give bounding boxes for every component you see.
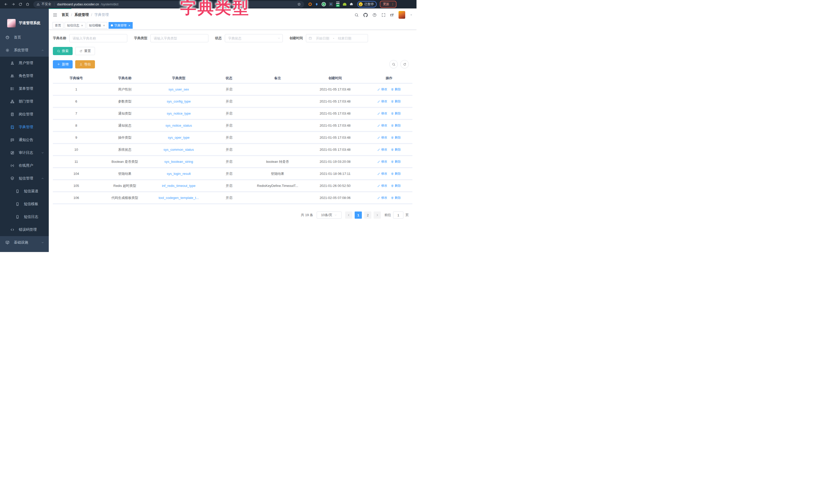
- end-date-input[interactable]: [335, 36, 354, 40]
- sidebar-item-audit-log[interactable]: 审计日志: [0, 146, 49, 159]
- delete-link[interactable]: 删除: [391, 159, 401, 164]
- address-bar[interactable]: 不安全 dashboard.yudao.iocoder.cn/system/di…: [33, 1, 304, 8]
- cell-dict-type-link[interactable]: sys_notice_type: [150, 111, 207, 116]
- cell-dict-type-link[interactable]: tool_codegen_template_t...: [150, 196, 207, 200]
- bookmark-star-icon[interactable]: [297, 2, 301, 6]
- cell-dict-type-link[interactable]: inf_redis_timeout_type: [150, 184, 207, 188]
- sidebar-item-system-management[interactable]: 系统管理: [0, 44, 49, 57]
- delete-link[interactable]: 删除: [391, 183, 401, 188]
- browser-update-button[interactable]: 更新: [380, 1, 397, 8]
- extension-green-circle-icon[interactable]: Z: [322, 2, 326, 6]
- sidebar-item-post-management[interactable]: 岗位管理: [0, 108, 49, 121]
- export-button[interactable]: 导出: [75, 60, 95, 69]
- github-icon[interactable]: [363, 13, 368, 17]
- tab-dict-management[interactable]: 字典管理×: [109, 22, 133, 29]
- edit-link[interactable]: 修改: [377, 159, 387, 164]
- edit-link[interactable]: 修改: [377, 111, 387, 116]
- extension-blue-gem-icon[interactable]: [315, 3, 318, 6]
- sidebar-item-home[interactable]: 首页: [0, 31, 49, 44]
- sidebar-item-dept-management[interactable]: 部门管理: [0, 95, 49, 108]
- search-icon[interactable]: [354, 13, 359, 17]
- date-range-picker[interactable]: -: [306, 34, 368, 42]
- cell-dict-type-link[interactable]: sys_common_status: [150, 148, 207, 152]
- sidebar-item-sms-log[interactable]: 短信日志: [0, 210, 49, 223]
- insecure-warning-icon[interactable]: [37, 3, 40, 6]
- extension-orange-ring-icon[interactable]: [308, 3, 312, 6]
- cell-dict-type-link[interactable]: sys_user_sex: [150, 87, 207, 91]
- close-icon[interactable]: ×: [103, 24, 105, 27]
- delete-link[interactable]: 删除: [391, 135, 401, 140]
- extension-dark-box-icon[interactable]: [329, 2, 333, 6]
- page-button-2[interactable]: 2: [364, 211, 371, 219]
- sidebar-item-sms-channel[interactable]: 短信渠道: [0, 185, 49, 198]
- home-icon[interactable]: [24, 1, 31, 8]
- cell-dict-type-link[interactable]: sys_oper_type: [150, 135, 207, 140]
- delete-link[interactable]: 删除: [391, 123, 401, 128]
- browser-menu-dots-icon[interactable]: [391, 3, 395, 6]
- delete-link[interactable]: 删除: [391, 111, 401, 116]
- refresh-table-button[interactable]: [400, 60, 409, 69]
- edit-link[interactable]: 修改: [377, 196, 387, 200]
- page-size-select[interactable]: 10条/页: [317, 211, 341, 219]
- edit-link[interactable]: 修改: [377, 183, 387, 188]
- fullscreen-icon[interactable]: [381, 13, 386, 17]
- cell-dict-type-link[interactable]: sys_login_result: [150, 172, 207, 176]
- goto-page-input[interactable]: [393, 211, 403, 219]
- sidebar-item-role-management[interactable]: 角色管理: [0, 70, 49, 82]
- extension-robot-icon[interactable]: [343, 3, 347, 6]
- status-select-input[interactable]: [225, 34, 283, 42]
- reset-button[interactable]: 重置: [75, 47, 95, 55]
- add-button[interactable]: 新增: [53, 60, 73, 69]
- prev-page-button[interactable]: [345, 211, 352, 219]
- delete-link[interactable]: 删除: [391, 87, 401, 92]
- dict-name-input[interactable]: [69, 34, 127, 42]
- user-avatar[interactable]: [399, 11, 405, 19]
- breadcrumb-item[interactable]: 系统管理: [74, 12, 89, 17]
- cell-dict-type-link[interactable]: sys_boolean_string: [150, 160, 207, 163]
- sidebar-item-error-code-management[interactable]: 错误码管理: [0, 223, 49, 236]
- edit-link[interactable]: 修改: [377, 123, 387, 128]
- delete-link[interactable]: 删除: [391, 99, 401, 104]
- tab-home[interactable]: 首页: [53, 22, 63, 29]
- sidebar-item-online-users[interactable]: 在线用户: [0, 159, 49, 172]
- app-logo[interactable]: 芋道管理系统: [0, 8, 49, 31]
- dict-type-input[interactable]: [150, 34, 208, 42]
- toggle-search-button[interactable]: [389, 60, 398, 69]
- reload-icon[interactable]: [17, 1, 24, 8]
- status-select[interactable]: [225, 34, 283, 42]
- cell-dict-type-link[interactable]: sys_config_type: [150, 99, 207, 103]
- edit-link[interactable]: 修改: [377, 147, 387, 152]
- next-page-button[interactable]: [374, 211, 381, 219]
- font-size-icon[interactable]: [390, 13, 394, 17]
- edit-link[interactable]: 修改: [377, 87, 387, 92]
- edit-link[interactable]: 修改: [377, 172, 387, 176]
- tab-sms-log[interactable]: 短信日志×: [65, 22, 86, 29]
- hamburger-icon[interactable]: [53, 12, 57, 18]
- delete-link[interactable]: 删除: [391, 196, 401, 200]
- delete-link[interactable]: 删除: [391, 172, 401, 176]
- close-icon[interactable]: ×: [81, 24, 83, 27]
- cell-dict-type-link[interactable]: sys_notice_status: [150, 124, 207, 127]
- back-icon[interactable]: [3, 1, 9, 8]
- edit-link[interactable]: 修改: [377, 135, 387, 140]
- forward-icon[interactable]: [10, 1, 17, 8]
- edit-link[interactable]: 修改: [377, 99, 387, 104]
- sidebar-item-infrastructure[interactable]: 基础设施: [0, 236, 49, 249]
- extension-list-on-icon[interactable]: on: [336, 2, 340, 7]
- sidebar-item-user-management[interactable]: 用户管理: [0, 57, 49, 70]
- delete-link[interactable]: 删除: [391, 147, 401, 152]
- sidebar-item-notice-announcement[interactable]: 通知公告: [0, 133, 49, 146]
- start-date-input[interactable]: [313, 36, 332, 40]
- sidebar-item-menu-management[interactable]: 菜单管理: [0, 82, 49, 95]
- sidebar-item-sms-management[interactable]: 短信管理: [0, 172, 49, 185]
- tab-sms-template[interactable]: 短信模板×: [87, 22, 108, 29]
- close-icon[interactable]: ×: [128, 24, 130, 27]
- sidebar-item-dict-management[interactable]: 字典管理: [0, 121, 49, 133]
- extensions-puzzle-icon[interactable]: [350, 2, 353, 6]
- search-button[interactable]: 搜索: [53, 47, 73, 55]
- sidebar-item-sms-template[interactable]: 短信模板: [0, 198, 49, 210]
- profile-paused-pill[interactable]: 已暂停: [357, 1, 377, 7]
- help-icon[interactable]: [372, 13, 377, 17]
- page-button-1[interactable]: 1: [355, 211, 362, 219]
- avatar-caret-down-icon[interactable]: [410, 14, 413, 17]
